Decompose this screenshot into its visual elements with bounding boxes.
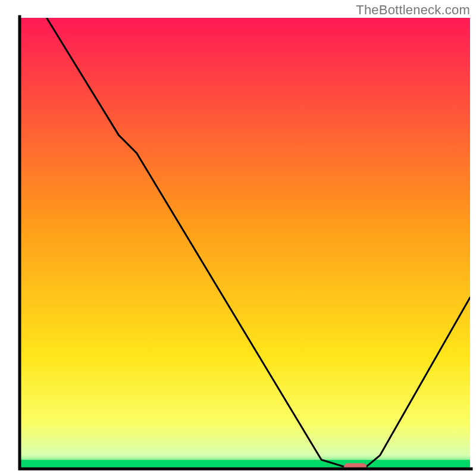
plot-area bbox=[20, 18, 470, 471]
chart-container: TheBottleneck.com bbox=[0, 0, 476, 476]
bottleneck-chart bbox=[0, 0, 476, 476]
